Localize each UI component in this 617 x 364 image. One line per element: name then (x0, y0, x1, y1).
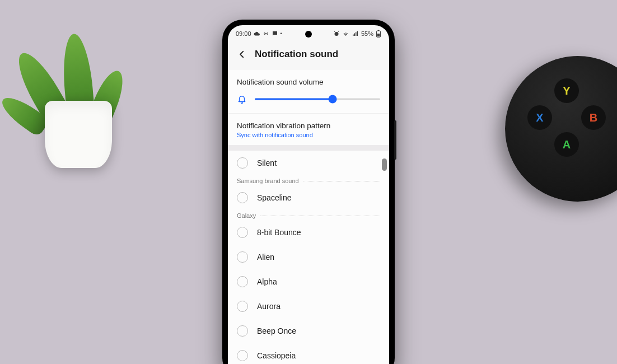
cloud-icon (254, 30, 260, 37)
section-title: Samsung brand sound (237, 178, 299, 184)
section-divider (303, 181, 380, 181)
alarm-icon (333, 30, 340, 37)
sound-option[interactable]: Alien (228, 245, 389, 269)
radio-icon (237, 251, 248, 263)
game-controller-decor: Y X A B (505, 56, 617, 202)
status-more-dot: • (281, 31, 282, 36)
status-time: 09:00 (236, 30, 251, 37)
camera-punch-hole (305, 31, 312, 38)
sound-label: Alpha (257, 277, 277, 286)
vibration-card[interactable]: Notification vibration pattern Sync with… (228, 113, 389, 145)
sound-label: Aurora (257, 302, 281, 311)
sound-label: Spaceline (257, 193, 292, 202)
radio-icon (237, 276, 248, 287)
sound-list[interactable]: SilentSamsung brand soundSpacelineGalaxy… (228, 151, 389, 364)
signal-icon (352, 30, 359, 37)
sound-label: Cassiopeia (257, 351, 296, 360)
sound-label: Alien (257, 253, 274, 262)
plant-decor (11, 0, 123, 179)
section-gap (228, 145, 389, 151)
svg-rect-4 (377, 34, 380, 36)
sound-option[interactable]: Alpha (228, 269, 389, 294)
section-title: Galaxy (237, 212, 256, 219)
radio-icon (237, 157, 248, 169)
sound-option[interactable]: Cassiopeia (228, 343, 389, 364)
app-header: Notification sound (228, 42, 389, 70)
photo-scene: Y X A B 09:00 • 55% (0, 0, 617, 364)
radio-icon (237, 192, 248, 203)
chat-icon (272, 30, 278, 37)
vibration-link[interactable]: Sync with notification sound (237, 132, 380, 138)
phone-side-button (394, 120, 396, 160)
radio-icon (237, 325, 248, 337)
sound-label: 8-bit Bounce (257, 228, 301, 237)
vibration-label: Notification vibration pattern (237, 122, 380, 130)
svg-rect-3 (378, 30, 380, 31)
section-divider (260, 216, 380, 216)
svg-point-1 (334, 32, 338, 36)
sound-option[interactable]: Beep Once (228, 319, 389, 343)
volume-label: Notification sound volume (237, 78, 380, 86)
radio-icon (237, 350, 248, 361)
svg-point-0 (265, 33, 267, 34)
sound-option[interactable]: Spaceline (228, 185, 389, 210)
hotspot-icon (263, 30, 269, 37)
sound-option[interactable]: Aurora (228, 294, 389, 319)
radio-icon (237, 227, 248, 238)
phone-frame: 09:00 • 55% Notification sound (222, 20, 395, 364)
sound-option[interactable]: Silent (228, 151, 389, 175)
page-title: Notification sound (255, 49, 338, 60)
battery-percentage: 55% (361, 30, 373, 37)
sound-option[interactable]: 8-bit Bounce (228, 220, 389, 245)
wifi-icon (342, 30, 349, 37)
bell-icon (237, 94, 247, 104)
section-header: Galaxy (228, 210, 389, 220)
radio-icon (237, 301, 248, 312)
volume-slider[interactable] (255, 95, 380, 103)
scroll-indicator[interactable] (382, 158, 387, 171)
sound-label: Beep Once (257, 326, 296, 335)
phone-screen: 09:00 • 55% Notification sound (228, 25, 389, 364)
back-icon[interactable] (237, 49, 247, 59)
volume-card: Notification sound volume (228, 70, 389, 113)
battery-icon (376, 30, 381, 38)
section-header: Samsung brand sound (228, 175, 389, 185)
sound-label: Silent (257, 158, 277, 167)
